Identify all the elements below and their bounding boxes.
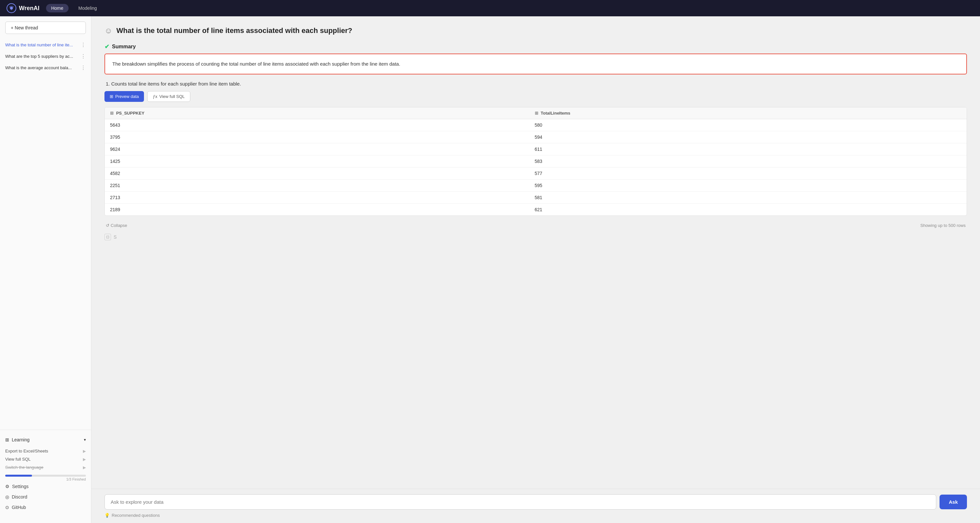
thread-item[interactable]: What are the top 5 suppliers by ac... ⋮ (0, 51, 91, 62)
summary-section: ✔ Summary The breakdown simplifies the p… (105, 43, 967, 75)
question-header: ☺ What is the total number of line items… (105, 26, 967, 35)
input-row: Ask (105, 494, 967, 510)
collapse-button[interactable]: ↺ Collapse (106, 223, 127, 228)
modeling-nav-btn[interactable]: Modeling (75, 4, 100, 13)
rows-label: Showing up to 500 rows (920, 223, 966, 228)
sidebar-bottom: ⊞ Learning ▾ Export to Excel/Sheets ▶ Vi… (0, 430, 91, 518)
question-icon: ☺ (105, 26, 113, 35)
table-row: 5643 580 (105, 119, 967, 131)
collapse-label: Collapse (111, 223, 127, 228)
view-full-sql-button[interactable]: ƒx View full SQL (147, 91, 190, 102)
cell-total: 621 (530, 204, 967, 216)
data-table-wrap: ⊞ PS_SUPPKEY ⊞ TotalLineItems 5643 580 (105, 107, 967, 216)
github-icon: ⊙ (5, 505, 9, 510)
logo-text: WrenAI (19, 5, 40, 12)
thread-dots-icon[interactable]: ⋮ (81, 42, 86, 48)
table-row: 3795 594 (105, 131, 967, 143)
cell-suppkey: 3795 (105, 131, 530, 143)
learning-section-toggle[interactable]: ⊞ Learning ▾ (5, 435, 86, 444)
cell-suppkey: 4582 (105, 167, 530, 180)
learning-item-sql[interactable]: View full SQL ▶ (5, 455, 86, 463)
discord-label: Discord (12, 494, 27, 499)
settings-icon: ⚙ (5, 484, 10, 489)
cell-suppkey: 5643 (105, 119, 530, 131)
bottom-bar: Ask 💡 Recommended questions (91, 489, 980, 523)
chevron-right-icon: ▶ (83, 457, 86, 462)
check-icon: ✔ (105, 43, 109, 50)
preview-data-button[interactable]: ⊞ Prevew data (105, 91, 144, 102)
sidebar: + New thread What is the total number of… (0, 16, 91, 523)
learning-grid-icon: ⊞ (5, 437, 9, 442)
learning-label: Learning (12, 437, 30, 442)
chevron-down-icon: ▾ (84, 437, 86, 442)
thread-item[interactable]: What is the average account bala... ⋮ (0, 62, 91, 73)
cell-total: 581 (530, 192, 967, 204)
topnav: WrenAI Home Modeling (0, 0, 980, 16)
main-layout: + New thread What is the total number of… (0, 16, 980, 523)
step-1-label: 1. Counts total line items for each supp… (105, 81, 967, 86)
summary-box: The breakdown simplifies the process of … (105, 54, 967, 75)
col-total-header: ⊞ TotalLineItems (530, 107, 967, 119)
table-row: 2189 621 (105, 204, 967, 216)
bulb-icon: 💡 (105, 513, 110, 518)
progress-bar-fill (5, 475, 32, 477)
cell-suppkey: 2713 (105, 192, 530, 204)
summary-label-row: ✔ Summary (105, 43, 967, 50)
cell-suppkey: 1425 (105, 156, 530, 167)
recommended-label: Recommended questions (111, 513, 160, 518)
preview-btn-label: Prevew data (115, 94, 139, 99)
settings-label: Settings (12, 484, 29, 489)
cell-total: 594 (530, 131, 967, 143)
learning-item-text: View full SQL (5, 457, 31, 462)
thread-list: What is the total number of line ite... … (0, 39, 91, 430)
cell-total: 577 (530, 167, 967, 180)
thread-item-text: What is the average account bala... (5, 65, 81, 70)
col-suppkey-header: ⊞ PS_SUPPKEY (105, 107, 530, 119)
learning-item-text: Export to Excel/Sheets (5, 448, 48, 453)
table-icon: ⊞ (110, 94, 113, 99)
table-row: 2251 595 (105, 180, 967, 192)
col-icon: ⊞ (535, 111, 538, 116)
learning-item-language[interactable]: Switch the language ▶ (5, 463, 86, 471)
ask-button[interactable]: Ask (940, 494, 967, 509)
sql-btn-label: View full SQL (159, 94, 185, 99)
thread-item[interactable]: What is the total number of line ite... … (0, 39, 91, 51)
data-table: ⊞ PS_SUPPKEY ⊞ TotalLineItems 5643 580 (105, 107, 967, 215)
thread-dots-icon[interactable]: ⋮ (81, 65, 86, 71)
summary-title: Summary (112, 44, 136, 49)
table-row: 9624 611 (105, 143, 967, 156)
progress-bar-bg (5, 475, 86, 477)
ask-input[interactable] (105, 494, 936, 510)
question-text: What is the total number of line items a… (116, 27, 352, 35)
progress-label: 1/3 Finished (5, 477, 86, 481)
table-footer: ↺ Collapse Showing up to 500 rows (105, 220, 967, 231)
collapse-icon: ↺ (106, 223, 109, 228)
logo-icon (6, 3, 16, 13)
logo: WrenAI (6, 3, 40, 13)
partial-icon: ⊡ (105, 234, 111, 240)
summary-text: The breakdown simplifies the process of … (112, 61, 400, 67)
learning-item-export[interactable]: Export to Excel/Sheets ▶ (5, 447, 86, 455)
progress-bar-section: 1/3 Finished (5, 475, 86, 481)
chevron-right-icon: ▶ (83, 449, 86, 453)
col-icon: ⊞ (110, 111, 114, 116)
cell-suppkey: 9624 (105, 143, 530, 156)
new-thread-button[interactable]: + New thread (5, 22, 86, 34)
github-label: GitHub (12, 505, 26, 510)
cell-total: 580 (530, 119, 967, 131)
chevron-right-icon: ▶ (83, 465, 86, 470)
learning-items: Export to Excel/Sheets ▶ View full SQL ▶… (5, 447, 86, 471)
content-area: ☺ What is the total number of line items… (91, 16, 980, 523)
discord-link[interactable]: ◎ Discord (5, 492, 86, 502)
cell-total: 595 (530, 180, 967, 192)
home-nav-btn[interactable]: Home (46, 4, 68, 13)
learning-item-text: Switch the language (5, 465, 43, 470)
fx-icon: ƒx (153, 94, 158, 99)
github-link[interactable]: ⊙ GitHub (5, 502, 86, 513)
table-row: 2713 581 (105, 192, 967, 204)
recommended-row: 💡 Recommended questions (105, 513, 967, 518)
cell-total: 611 (530, 143, 967, 156)
settings-link[interactable]: ⚙ Settings (5, 481, 86, 492)
table-row: 4582 577 (105, 167, 967, 180)
thread-dots-icon[interactable]: ⋮ (81, 53, 86, 59)
